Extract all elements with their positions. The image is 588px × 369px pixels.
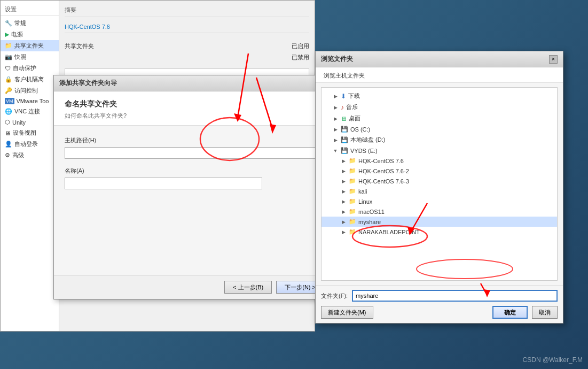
music-icon: ♪ [341,104,344,111]
tree-expand-music: ▶ [332,104,339,111]
sidebar-label-unity: Unity [12,119,26,126]
tree-label-narakablade: NARAKABLADEPOINT [358,229,420,235]
sidebar-item-general[interactable]: 🔧 常规 [1,18,59,29]
tree-expand-drive-d: ▶ [332,137,339,143]
tree-expand-linux: ▶ [340,198,347,205]
browse-folder-dialog: 浏览文件夹 × 浏览主机文件夹 ▶ ⬇ 下载 ▶ ♪ 音乐 ▶ 🖥 桌面 ▶ 💾… [315,51,563,324]
device-icon: 🖥 [5,130,11,136]
tree-expand-narakablade: ▶ [340,229,347,235]
sidebar-item-unity[interactable]: ⬡ Unity [1,117,59,127]
user-icon: 👤 [5,141,12,148]
host-path-input[interactable] [65,147,318,159]
tree-label-centos76: HQK-CentOS 7.6 [358,158,404,164]
folder-tree[interactable]: ▶ ⬇ 下载 ▶ ♪ 音乐 ▶ 🖥 桌面 ▶ 💾 OS (C:) ▶ 💾 本地磁… [321,87,558,281]
prev-button[interactable]: < 上一步(B) [224,281,272,294]
tree-expand-myshare: ▶ [340,219,347,225]
tree-item-myshare[interactable]: ▶ 📁 myshare [322,217,557,227]
browse-close-button[interactable]: × [549,55,558,64]
tree-expand-download: ▶ [332,93,339,99]
tree-item-desktop[interactable]: ▶ 🖥 桌面 [322,113,557,124]
sidebar-item-power[interactable]: ▶ 电源 [1,29,59,40]
sf-label: 共享文件夹 [65,42,94,50]
sidebar-label-access-control: 访问控制 [14,87,38,95]
tree-expand-drive-e: ▼ [332,148,339,154]
sidebar-item-access-control[interactable]: 🔑 访问控制 [1,85,59,96]
tree-label-centos763: HQK-CentOS 7.6-3 [358,178,409,184]
power-icon: ▶ [5,31,9,38]
folder-icon-macos: 📁 [349,208,356,215]
sf-row: 共享文件夹 已启用 [65,41,309,52]
download-icon: ⬇ [341,93,346,100]
sidebar-item-shared-folders[interactable]: 📁 共享文件夹 [1,40,59,51]
sidebar-label-snapshots: 快照 [14,53,26,61]
tree-label-centos762: HQK-CentOS 7.6-2 [358,168,409,174]
tree-item-narakablade[interactable]: ▶ 📁 NARAKABLADEPOINT [322,227,557,237]
tree-label-myshare: myshare [358,219,381,225]
folder-input[interactable] [352,290,558,302]
settings-label: 设置 [1,3,59,16]
sidebar-item-guest-isolation[interactable]: 🔒 客户机隔离 [1,74,59,85]
sidebar-label-vnc: VNC 连接 [14,107,40,116]
folder-input-row: 文件夹(F): [321,290,558,302]
folder-icon-centos76: 📁 [349,157,356,164]
tree-item-linux[interactable]: ▶ 📁 Linux [322,196,557,206]
tree-item-download[interactable]: ▶ ⬇ 下载 [322,90,557,102]
sidebar-item-auto-protect[interactable]: 🛡 自动保护 [1,63,59,74]
tree-item-macos[interactable]: ▶ 📁 macOS11 [322,206,557,217]
host-path-group: 主机路径(H) 浏览(R)... [65,136,357,159]
sidebar-label-auto-protect: 自动保护 [13,64,36,72]
hdd-icon-d: 💾 [341,136,348,143]
browse-cancel-button[interactable]: 取消 [532,306,558,319]
browse-subtitle: 浏览主机文件夹 [316,67,563,83]
network-icon: 🌐 [5,108,12,115]
tree-item-drive-d[interactable]: ▶ 💾 本地磁盘 (D:) [322,134,557,145]
tree-item-osc[interactable]: ▶ 💾 OS (C:) [322,124,557,134]
csdn-watermark: CSDN @Walker_F.M [523,356,583,364]
tree-item-drive-e[interactable]: ▼ 💾 VYDS (E:) [322,145,557,156]
summary-header: 摘要 [65,6,76,14]
vm-icon: VM [5,98,14,104]
tree-expand-osc: ▶ [332,126,339,133]
folder-icon-linux: 📁 [349,198,356,205]
new-folder-button[interactable]: 新建文件夹(M) [321,306,373,319]
tree-item-centos762[interactable]: ▶ 📁 HQK-CentOS 7.6-2 [322,166,557,176]
camera-icon: 📷 [5,53,12,60]
sidebar-item-autologon[interactable]: 👤 自动登录 [1,139,59,150]
tree-item-kali[interactable]: ▶ 📁 kali [322,186,557,196]
tree-item-music[interactable]: ▶ ♪ 音乐 [322,102,557,113]
tree-label-drive-d: 本地磁盘 (D:) [350,136,385,144]
share-name-label: 名称(A) [65,167,357,175]
sidebar-label-shared-folders: 共享文件夹 [14,42,44,50]
vm-name: HQK-CentOS 7.6 [65,24,110,30]
sf-disabled-row: 已禁用 [65,52,309,63]
desktop-icon: 🖥 [341,116,347,122]
sidebar-label-general: 常规 [14,19,26,27]
sidebar-item-snapshots[interactable]: 📷 快照 [1,51,59,63]
tree-item-centos763[interactable]: ▶ 📁 HQK-CentOS 7.6-3 [322,176,557,186]
sidebar-label-guest-isolation: 客户机隔离 [14,75,44,83]
sidebar-label-device-view: 设备视图 [13,129,36,137]
shield-icon: 🛡 [5,65,11,72]
wizard-title: 添加共享文件夹向导 [59,79,117,88]
sidebar-item-advanced[interactable]: ⚙ 高级 [1,150,59,161]
settings-row-name: HQK-CentOS 7.6 [65,21,309,33]
folder-icon-kali: 📁 [349,188,356,195]
sidebar-label-power: 电源 [11,30,23,39]
name-group: 名称(A) [65,167,357,189]
lock-icon: 🔒 [5,76,12,83]
sidebar-item-vmware-tools[interactable]: VM VMware Too [1,96,59,106]
browse-ok-cancel: 确定 取消 [492,306,558,319]
sidebar-item-device-view[interactable]: 🖥 设备视图 [1,127,59,139]
browse-ok-button[interactable]: 确定 [492,306,528,319]
wizard-header-title: 命名共享文件夹 [65,99,357,109]
key-icon: 🔑 [5,87,12,94]
host-path-label: 主机路径(H) [65,136,357,144]
share-name-input[interactable] [65,178,262,189]
sidebar-item-vnc[interactable]: 🌐 VNC 连接 [1,106,59,117]
folder-icon-narakablade: 📁 [349,228,356,235]
tree-label-macos: macOS11 [358,209,385,215]
browse-footer: 文件夹(F): 新建文件夹(M) 确定 取消 [316,285,563,323]
folder-icon: 📁 [5,42,12,49]
browse-action-buttons: 新建文件夹(M) 确定 取消 [321,306,558,319]
tree-item-centos76[interactable]: ▶ 📁 HQK-CentOS 7.6 [322,156,557,166]
